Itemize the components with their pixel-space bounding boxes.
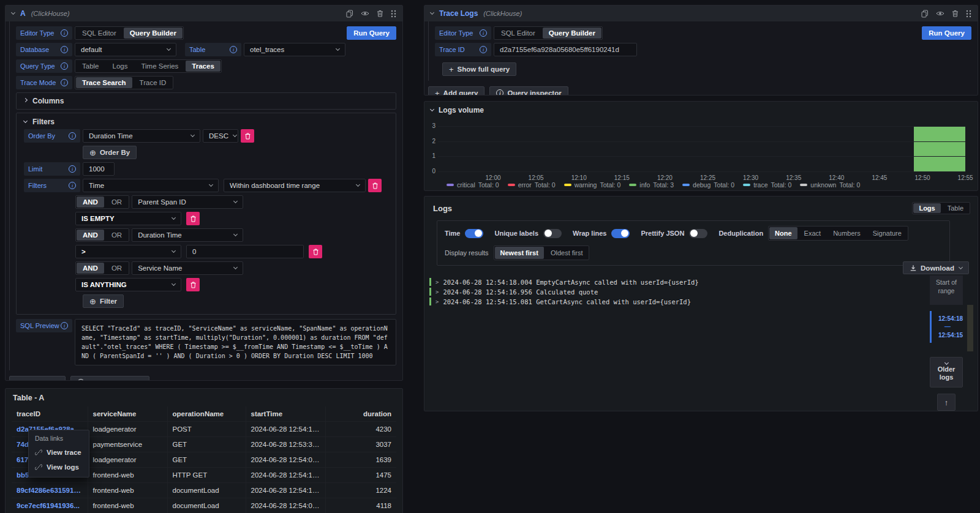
query-row-header[interactable]: A (ClickHouse)	[6, 6, 402, 21]
drag-handle-icon[interactable]	[391, 10, 396, 18]
query-type-logs[interactable]: Logs	[107, 61, 134, 72]
order-by-direction-select[interactable]: DESC	[203, 129, 238, 143]
col-header-duration[interactable]: duration	[325, 406, 396, 422]
col-header-service-name[interactable]: serviceName	[88, 406, 167, 422]
query-type-time-series[interactable]: Time Series	[135, 61, 184, 72]
add-query-button[interactable]: +Add query	[9, 376, 66, 381]
filter-operator-select[interactable]: IS ANYTHING	[75, 278, 181, 291]
query-inspector-button[interactable]: iQuery inspector	[70, 376, 149, 381]
view-option-logs[interactable]: Logs	[913, 203, 940, 213]
display-option-newest-first[interactable]: Newest first	[495, 247, 544, 259]
remove-filter-button[interactable]	[309, 245, 322, 258]
filter-time-value-select[interactable]: Within dashboard time range	[224, 179, 366, 192]
col-header-start-time[interactable]: startTime	[246, 406, 325, 422]
view-logs-link[interactable]: View logs	[29, 460, 89, 474]
remove-filter-button[interactable]	[186, 212, 200, 225]
table-select[interactable]: otel_traces	[244, 43, 345, 56]
collapse-chevron-icon[interactable]	[430, 10, 434, 15]
scroll-to-top-button[interactable]: ↑	[937, 394, 956, 411]
older-logs-button[interactable]: Older logs	[930, 357, 963, 388]
and-option[interactable]: AND	[77, 197, 104, 208]
unique-labels-toggle[interactable]	[543, 229, 562, 238]
dedup-option-signature[interactable]: Signature	[867, 227, 907, 239]
legend-item[interactable]: unknownTotal: 0	[800, 181, 860, 189]
tab-query-builder[interactable]: Query Builder	[543, 28, 601, 39]
view-option-table[interactable]: Table	[942, 203, 969, 213]
legend-item[interactable]: debugTotal: 0	[682, 181, 734, 189]
limit-input[interactable]: 1000	[83, 162, 115, 176]
duplicate-query-icon[interactable]	[921, 10, 929, 18]
show-full-query-button[interactable]: +Show full query	[442, 62, 516, 76]
log-scrollbar[interactable]	[967, 305, 973, 351]
collapse-chevron-icon[interactable]	[11, 10, 15, 15]
dedup-option-exact[interactable]: Exact	[799, 227, 827, 239]
delete-query-icon[interactable]	[952, 10, 959, 17]
trace-mode-search[interactable]: Trace Search	[76, 77, 132, 88]
or-option[interactable]: OR	[105, 197, 128, 208]
dedup-option-none[interactable]: None	[769, 227, 797, 239]
filters-section-header[interactable]: Filters	[24, 118, 388, 126]
filter-field-select[interactable]: Duration Time	[132, 228, 243, 242]
log-line[interactable]: >2024-06-28 12:54:16.956 Calculated quot…	[429, 287, 907, 296]
add-filter-button[interactable]: ⊕Filter	[83, 294, 124, 308]
columns-section[interactable]: Columns	[16, 92, 396, 110]
delete-query-icon[interactable]	[377, 10, 383, 17]
legend-item[interactable]: infoTotal: 3	[629, 181, 674, 189]
tab-sql-editor[interactable]: SQL Editor	[76, 28, 123, 39]
col-header-trace-id[interactable]: traceID	[12, 406, 88, 422]
filter-operator-select[interactable]: IS EMPTY	[75, 212, 181, 225]
query-inspector-button[interactable]: iQuery inspector	[489, 86, 568, 95]
remove-time-filter-button[interactable]	[368, 179, 382, 192]
filter-value-input[interactable]: 0	[186, 245, 304, 258]
prettify-json-toggle[interactable]	[689, 229, 707, 238]
database-select[interactable]: default	[75, 43, 176, 56]
add-query-button[interactable]: +Add query	[428, 86, 484, 95]
filter-time-field-select[interactable]: Time	[83, 179, 219, 192]
col-header-operation-name[interactable]: operationName	[167, 406, 246, 422]
log-line[interactable]: >2024-06-28 12:54:18.004 EmptyCartAsync …	[429, 277, 907, 286]
and-option[interactable]: AND	[77, 263, 104, 274]
query-row-header[interactable]: Trace Logs (ClickHouse)	[424, 6, 978, 21]
add-order-by-button[interactable]: ⊕Order By	[83, 146, 137, 159]
trace-id-link[interactable]: 9ce7ecf61941936...	[12, 498, 88, 513]
order-by-field-select[interactable]: Duration Time	[83, 129, 200, 143]
filter-field-select[interactable]: Parent Span ID	[132, 195, 243, 209]
query-ref-id[interactable]: Trace Logs	[439, 9, 478, 18]
display-option-oldest-first[interactable]: Oldest first	[545, 247, 589, 259]
remove-filter-button[interactable]	[186, 278, 200, 291]
trace-id-input[interactable]: d2a7155ef6a928a05680e5ff6190241d	[494, 43, 637, 56]
legend-item[interactable]: warningTotal: 0	[564, 181, 621, 189]
info-bar[interactable]	[914, 126, 965, 171]
expand-caret-icon[interactable]: >	[435, 289, 439, 295]
hide-query-eye-icon[interactable]	[936, 10, 944, 17]
query-type-table[interactable]: Table	[76, 61, 105, 72]
tab-sql-editor[interactable]: SQL Editor	[495, 28, 541, 39]
expand-caret-icon[interactable]: >	[435, 279, 439, 285]
wrap-lines-toggle[interactable]	[611, 229, 630, 238]
remove-order-by-button[interactable]	[241, 129, 254, 143]
drag-handle-icon[interactable]	[966, 10, 971, 18]
or-option[interactable]: OR	[105, 263, 128, 274]
legend-item[interactable]: traceTotal: 0	[743, 181, 791, 189]
filter-field-select[interactable]: Service Name	[132, 261, 243, 275]
expand-caret-icon[interactable]: >	[435, 299, 439, 305]
hide-query-eye-icon[interactable]	[361, 10, 369, 17]
view-trace-link[interactable]: View trace	[29, 445, 89, 460]
legend-item[interactable]: errorTotal: 0	[508, 181, 556, 189]
log-line[interactable]: >2024-06-28 12:54:15.081 GetCartAsync ca…	[429, 297, 907, 306]
legend-item[interactable]: criticalTotal: 0	[447, 181, 499, 189]
duplicate-query-icon[interactable]	[346, 10, 353, 18]
query-type-traces[interactable]: Traces	[186, 61, 220, 72]
dedup-option-numbers[interactable]: Numbers	[827, 227, 866, 239]
and-option[interactable]: AND	[77, 230, 104, 241]
query-ref-id[interactable]: A	[20, 9, 26, 18]
tab-query-builder[interactable]: Query Builder	[124, 28, 183, 39]
run-query-button[interactable]: Run Query	[922, 26, 971, 40]
run-query-button[interactable]: Run Query	[347, 26, 396, 40]
or-option[interactable]: OR	[105, 230, 128, 241]
download-button[interactable]: Download	[903, 261, 969, 274]
time-toggle[interactable]	[465, 229, 483, 238]
trace-id-link[interactable]: 89cf4286e631591b4...	[12, 483, 88, 498]
trace-mode-id[interactable]: Trace ID	[134, 77, 173, 88]
filter-operator-select[interactable]: >	[75, 245, 181, 258]
